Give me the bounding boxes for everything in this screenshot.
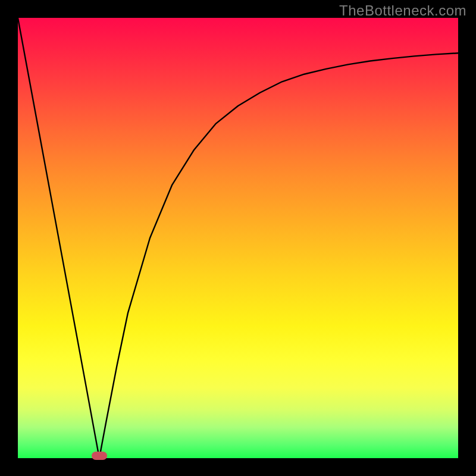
minimum-marker [92, 452, 107, 460]
data-curve [18, 18, 458, 458]
outer-frame: TheBottleneck.com [0, 0, 476, 476]
curve-layer [18, 18, 458, 458]
watermark-text: TheBottleneck.com [339, 2, 466, 19]
plot-area [18, 18, 458, 458]
